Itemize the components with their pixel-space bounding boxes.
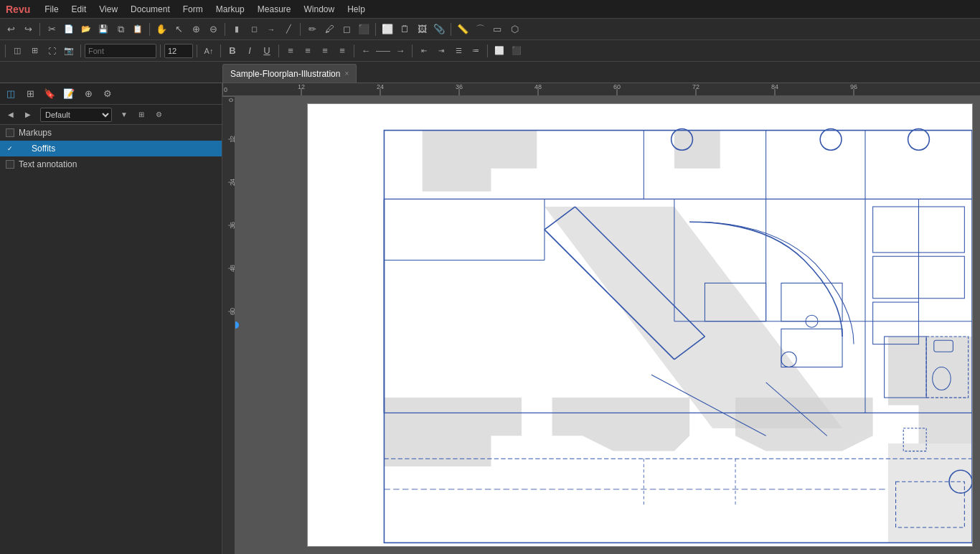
font-grow-btn[interactable]: A↑	[201, 43, 217, 59]
justify-btn[interactable]: ≡	[334, 43, 350, 59]
svg-rect-0	[222, 83, 980, 95]
fill-button[interactable]: ⬛	[356, 22, 372, 37]
sep2	[149, 23, 150, 36]
next-btn[interactable]: ▶	[20, 107, 36, 123]
pan-button[interactable]: ✋	[154, 22, 169, 37]
font-size-input[interactable]	[164, 44, 193, 58]
bookmarks-icon-btn[interactable]: 🔖	[40, 85, 59, 103]
svg-rect-19	[222, 96, 235, 554]
copy-button[interactable]: ⧉	[113, 22, 128, 37]
save-button[interactable]: 💾	[95, 22, 111, 37]
layers-view-btn[interactable]: ◫	[9, 43, 25, 59]
svg-text:36: 36	[229, 222, 235, 229]
layer-soffits[interactable]: ✓ Soffits	[0, 141, 222, 156]
sidebar-content: Markups ✓ Soffits Text annotation	[0, 125, 222, 554]
paste-button[interactable]: 📋	[130, 22, 146, 37]
arrow-left-btn[interactable]: ←	[358, 43, 374, 59]
soffits-checkbox[interactable]: ✓	[6, 144, 14, 153]
svg-text:60: 60	[229, 308, 235, 315]
callout-button[interactable]: ◻	[246, 22, 262, 37]
indent-right-btn[interactable]: ⇥	[433, 43, 449, 59]
layer-markups[interactable]: Markups	[0, 125, 222, 141]
settings-icon-btn[interactable]: ⚙	[98, 85, 117, 103]
select-button[interactable]: ↖	[171, 22, 187, 37]
text-annotation-checkbox[interactable]	[6, 160, 14, 169]
sep-t2-5	[220, 44, 221, 57]
undo-button[interactable]: ↩	[3, 22, 19, 37]
underline-button[interactable]: U	[259, 43, 275, 59]
zoom-in-button[interactable]: ⊕	[188, 22, 204, 37]
menu-markup[interactable]: Markup	[210, 3, 250, 16]
menu-window[interactable]: Window	[298, 3, 340, 16]
bold-button[interactable]: B	[225, 43, 240, 59]
menu-measure[interactable]: Measure	[252, 3, 297, 16]
highlight-button[interactable]: ▮	[229, 22, 245, 37]
stamp-button[interactable]: ⬜	[380, 22, 395, 37]
prev-btn[interactable]: ◀	[3, 107, 19, 123]
sep-t2-2	[80, 44, 81, 57]
align-center-btn[interactable]: ≡	[300, 43, 316, 59]
profile-select[interactable]: Default	[40, 108, 112, 122]
menu-help[interactable]: Help	[341, 3, 371, 16]
pen-button[interactable]: 🖊	[321, 22, 337, 37]
export-btn[interactable]: ⬜	[491, 43, 507, 59]
sep-t2-9	[487, 44, 488, 57]
list-btn[interactable]: ☰	[451, 43, 466, 59]
pages-icon-btn[interactable]: ⊞	[21, 85, 39, 103]
pencil-button[interactable]: ✏	[304, 22, 320, 37]
polyline-button[interactable]: ⌒	[472, 22, 488, 37]
soffits-color	[19, 144, 27, 153]
sep1	[39, 23, 40, 36]
arrow-type-btn[interactable]: ——	[375, 43, 391, 59]
floorplan-paper	[307, 103, 973, 547]
canvas[interactable]	[235, 96, 980, 554]
tab-title: Sample-Floorplan-Illustration	[230, 69, 340, 79]
fullscreen-btn[interactable]: ⛶	[44, 43, 60, 59]
zoom-out-button[interactable]: ⊖	[205, 22, 221, 37]
sidebar-icon-row: ◫ ⊞ 🔖 📝 ⊕ ⚙	[0, 83, 222, 105]
new-button[interactable]: 📄	[61, 22, 77, 37]
import-btn[interactable]: ⬛	[509, 43, 524, 59]
layers-icon-btn[interactable]: ◫	[1, 85, 20, 103]
rect-button[interactable]: ▭	[489, 22, 505, 37]
arrow-button[interactable]: →	[263, 22, 279, 37]
svg-text:0: 0	[227, 98, 235, 102]
open-button[interactable]: 📂	[78, 22, 94, 37]
grid-view-btn[interactable]: ⊞	[27, 43, 42, 59]
font-input[interactable]	[85, 44, 156, 58]
filter-btn[interactable]: ⊞	[133, 107, 149, 123]
canvas-handle[interactable]	[235, 321, 239, 329]
tab-close-btn[interactable]: ×	[344, 70, 349, 78]
menu-form[interactable]: Form	[177, 3, 209, 16]
markups-checkbox[interactable]	[6, 128, 14, 137]
annotations-icon-btn[interactable]: 📝	[60, 85, 78, 103]
measure-button[interactable]: 📏	[455, 22, 471, 37]
note-button[interactable]: 🗒	[397, 22, 413, 37]
ordered-list-btn[interactable]: ≔	[468, 43, 484, 59]
menu-file[interactable]: File	[39, 3, 64, 16]
ruler-left-svg: 0 12 24 36 48 60	[222, 96, 235, 554]
cut-button[interactable]: ✂	[44, 22, 60, 37]
italic-button[interactable]: I	[242, 43, 258, 59]
menu-document[interactable]: Document	[125, 3, 176, 16]
arrow-right-btn[interactable]: →	[392, 43, 408, 59]
align-right-btn[interactable]: ≡	[317, 43, 333, 59]
sep-t2-3	[160, 44, 161, 57]
polygon-button[interactable]: ⬡	[507, 22, 522, 37]
shape-button[interactable]: ◻	[339, 22, 354, 37]
line-button[interactable]: ╱	[281, 22, 296, 37]
profile-dropdown-btn[interactable]: ▼	[116, 107, 132, 123]
document-tab[interactable]: Sample-Floorplan-Illustration ×	[222, 64, 357, 83]
svg-text:48: 48	[229, 265, 235, 272]
snapshot-btn[interactable]: 📷	[61, 43, 77, 59]
image-button[interactable]: 🖼	[414, 22, 430, 37]
redo-button[interactable]: ↪	[20, 22, 36, 37]
layer-text-annotation[interactable]: Text annotation	[0, 156, 222, 172]
attach-button[interactable]: 📎	[431, 22, 447, 37]
properties-icon-btn[interactable]: ⊕	[79, 85, 98, 103]
menu-view[interactable]: View	[93, 3, 123, 16]
indent-left-btn[interactable]: ⇤	[416, 43, 432, 59]
menu-edit[interactable]: Edit	[66, 3, 93, 16]
align-left-btn[interactable]: ≡	[283, 43, 298, 59]
sidebar-settings-btn[interactable]: ⚙	[151, 107, 166, 123]
